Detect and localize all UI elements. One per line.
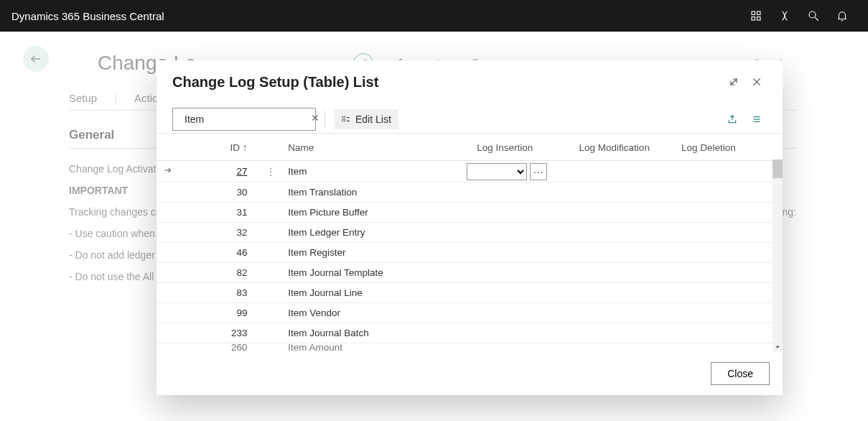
cell-id: 30	[180, 182, 259, 203]
cell-name: Item Vendor	[282, 303, 471, 323]
table-row[interactable]: 233Item Journal Batch	[157, 323, 783, 343]
table-row[interactable]: 46Item Register	[157, 243, 783, 263]
search-input[interactable]	[185, 114, 310, 125]
cell-name: Item Journal Template	[282, 263, 471, 283]
dialog-title: Change Log Setup (Table) List	[172, 74, 721, 91]
table-row[interactable]: 27⋮Item···	[157, 161, 783, 182]
table-row[interactable]: 260Item Amount	[157, 343, 783, 352]
cell-log-insertion[interactable]	[471, 203, 573, 223]
svg-point-4	[809, 11, 816, 18]
cell-log-insertion[interactable]	[471, 263, 573, 283]
app-title: Dynamics 365 Business Central	[11, 10, 164, 22]
table-row[interactable]: 83Item Journal Line	[157, 283, 783, 303]
arrow-left-icon	[29, 52, 42, 65]
cell-log-modification[interactable]	[574, 223, 676, 243]
svg-rect-17	[342, 116, 345, 117]
cell-log-deletion[interactable]	[676, 283, 770, 303]
tab-setup[interactable]: Setup	[69, 92, 97, 104]
cell-id: 46	[180, 243, 259, 263]
cell-log-deletion[interactable]	[676, 223, 770, 243]
cell-log-deletion[interactable]	[676, 182, 770, 203]
chevron-down-icon	[774, 343, 781, 351]
app-launcher-icon[interactable]	[742, 0, 770, 32]
share-icon	[727, 114, 738, 125]
cell-log-deletion[interactable]	[676, 203, 770, 223]
svg-marker-23	[776, 346, 780, 348]
cell-name: Item	[282, 161, 471, 182]
row-menu-button[interactable]: ⋮	[258, 161, 282, 182]
svg-line-10	[731, 79, 737, 85]
tables-grid: ID ↑ Name Log Insertion Log Modification…	[157, 134, 783, 352]
table-row[interactable]: 82Item Journal Template	[157, 263, 783, 283]
cell-log-insertion[interactable]	[471, 323, 573, 343]
cell-log-insertion[interactable]	[471, 182, 573, 203]
cell-log-modification[interactable]	[574, 182, 676, 203]
cell-log-modification[interactable]	[574, 263, 676, 283]
cell-log-insertion[interactable]	[471, 243, 573, 263]
edit-list-icon	[341, 114, 351, 124]
svg-rect-2	[752, 17, 755, 21]
cell-log-modification[interactable]	[574, 303, 676, 323]
scrollbar[interactable]	[773, 159, 783, 352]
edit-list-button[interactable]: Edit List	[334, 109, 398, 129]
cell-log-deletion[interactable]	[676, 303, 770, 323]
cell-id: 260	[180, 343, 259, 352]
notifications-icon[interactable]	[828, 0, 857, 32]
cell-id: 99	[180, 303, 259, 323]
svg-rect-18	[342, 119, 345, 121]
cell-log-modification[interactable]	[574, 161, 676, 182]
table-row[interactable]: 32Item Ledger Entry	[157, 223, 783, 243]
table-row[interactable]: 99Item Vendor	[157, 303, 783, 323]
cell-log-insertion[interactable]	[471, 223, 573, 243]
copilot-icon[interactable]	[770, 0, 799, 32]
scroll-down-button[interactable]	[773, 342, 783, 352]
current-row-indicator	[157, 161, 180, 182]
cell-name: Item Register	[282, 243, 471, 263]
cell-log-deletion[interactable]	[676, 243, 770, 263]
cell-id[interactable]: 27	[180, 161, 259, 182]
cell-id: 83	[180, 283, 259, 303]
list-options-button[interactable]	[747, 109, 767, 129]
svg-line-5	[815, 17, 818, 21]
col-log-deletion[interactable]: Log Deletion	[676, 134, 770, 161]
cell-log-modification[interactable]	[574, 283, 676, 303]
share-list-button[interactable]	[722, 109, 742, 129]
table-row[interactable]: 30Item Translation	[157, 182, 783, 203]
svg-rect-1	[757, 11, 761, 15]
search-icon[interactable]	[799, 0, 828, 32]
cell-log-deletion[interactable]	[676, 263, 770, 283]
cell-name: Item Journal Line	[282, 283, 471, 303]
expand-icon	[728, 76, 739, 88]
cell-id: 32	[180, 223, 259, 243]
cell-name: Item Translation	[282, 182, 471, 203]
col-name[interactable]: Name	[282, 134, 471, 161]
cell-log-modification[interactable]	[574, 243, 676, 263]
col-log-modification[interactable]: Log Modification	[574, 134, 676, 161]
cell-name: Item Ledger Entry	[282, 223, 471, 243]
cell-log-modification[interactable]	[574, 203, 676, 223]
search-box[interactable]	[172, 108, 316, 131]
col-log-insertion[interactable]: Log Insertion	[471, 134, 573, 161]
cell-log-modification[interactable]	[574, 323, 676, 343]
col-id[interactable]: ID ↑	[180, 134, 259, 161]
scrollbar-thumb[interactable]	[773, 159, 783, 178]
clear-search-button[interactable]	[310, 113, 320, 126]
cell-log-deletion[interactable]	[676, 161, 770, 182]
expand-button[interactable]	[724, 72, 744, 92]
cell-log-insertion[interactable]	[471, 303, 573, 323]
cell-id: 31	[180, 203, 259, 223]
cell-log-insertion[interactable]	[471, 283, 573, 303]
x-icon	[310, 113, 320, 123]
cell-name: Item Picture Buffer	[282, 203, 471, 223]
change-log-dialog: Change Log Setup (Table) List Edit List …	[157, 60, 783, 395]
cell-log-deletion[interactable]	[676, 323, 770, 343]
list-icon	[751, 114, 762, 125]
cell-id: 233	[180, 323, 259, 343]
cell-name: Item Amount	[282, 343, 471, 352]
table-row[interactable]: 31Item Picture Buffer	[157, 203, 783, 223]
close-x-button[interactable]	[747, 72, 767, 92]
cell-name: Item Journal Batch	[282, 323, 471, 343]
log-insertion-select[interactable]	[467, 163, 527, 180]
close-button[interactable]: Close	[711, 362, 770, 385]
log-insertion-more-button[interactable]: ···	[530, 163, 547, 180]
